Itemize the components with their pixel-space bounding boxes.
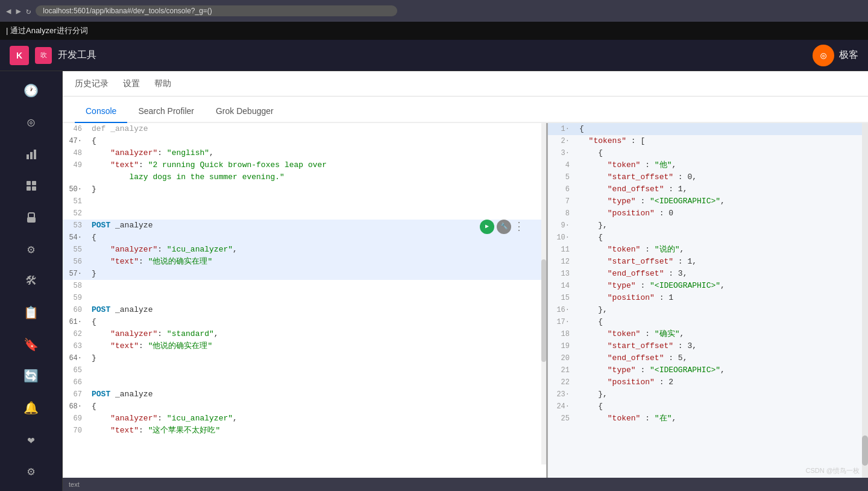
code-line: 51: [63, 195, 546, 207]
bottom-bar: text: [63, 478, 868, 491]
wrench-button[interactable]: 🔧: [497, 220, 511, 234]
output-line: 4 "token" : "他",: [548, 159, 868, 171]
sidebar-item-management[interactable]: 📋: [16, 298, 47, 328]
code-line: 62 "analyzer": "standard",: [63, 328, 546, 340]
code-line: 65: [63, 364, 546, 376]
output-line: 18 "token" : "确实",: [548, 328, 868, 340]
watermark: CSDN @愤鸟一枚: [806, 466, 860, 475]
output-line: 22 "position" : 2: [548, 376, 868, 388]
sidebar-item-alerts[interactable]: 🔔: [16, 393, 47, 423]
sidebar-item-time[interactable]: 🕐: [16, 76, 47, 106]
output-line: 8 "position" : 0: [548, 207, 868, 220]
tab-console[interactable]: Console: [75, 100, 127, 123]
more-options-button[interactable]: ⋮: [514, 221, 524, 233]
app-header: K 吹 开发工具 ◎ 极客: [0, 40, 868, 71]
output-line: 16· },: [548, 304, 868, 316]
code-line: 47· {: [63, 135, 546, 147]
output-line: 14 "type" : "<IDEOGRAPHIC>",: [548, 280, 868, 292]
output-line: 11 "token" : "说的",: [548, 244, 868, 256]
top-banner: | 通过Analyzer进行分词: [0, 22, 868, 40]
sidebar-item-monitoring[interactable]: 🔄: [16, 361, 47, 391]
output-line: 17· {: [548, 316, 868, 328]
sidebar-item-settings[interactable]: ⚙: [16, 457, 47, 486]
editor-right: 1· { 2· "tokens" : [ 3· {: [548, 123, 868, 478]
left-scrollbar[interactable]: [541, 123, 546, 464]
code-line: 46 def _analyze: [63, 123, 546, 135]
code-line: 64· }: [63, 352, 546, 364]
code-line: 54· {: [63, 232, 546, 244]
code-line: 68· {: [63, 401, 546, 413]
output-line: 12 "start_offset" : 1,: [548, 256, 868, 268]
sidebar: 🕐 ◎ ⚙ 🛠 📋 🔖 🔄 🔔 ❤ ⚙: [0, 71, 63, 491]
code-line: 60 POST _analyze: [63, 304, 546, 316]
tab-grok-debugger[interactable]: Grok Debugger: [205, 100, 285, 123]
browser-bar: ◀ ▶ ↻ localhost:5601/app/kibana#/dev_too…: [0, 0, 868, 22]
sidebar-item-health[interactable]: ❤: [16, 425, 47, 455]
forward-button[interactable]: ▶: [16, 6, 20, 16]
secondary-nav: 历史记录 设置 帮助: [63, 71, 868, 97]
code-line: 48 "analyzer": "english",: [63, 147, 546, 159]
code-line: 59: [63, 292, 546, 304]
scrollbar-thumb[interactable]: [541, 259, 546, 362]
output-line: 24· {: [548, 401, 868, 413]
code-line: 61· {: [63, 316, 546, 328]
svg-rect-0: [27, 154, 29, 159]
app-title: 开发工具: [58, 49, 96, 62]
svg-rect-7: [28, 213, 34, 218]
right-scrollbar-thumb[interactable]: [862, 436, 868, 466]
url-bar[interactable]: localhost:5601/app/kibana#/dev_tools/con…: [36, 5, 397, 16]
code-line: 63 "text": "他说的确实在理": [63, 340, 546, 352]
output-line: 15 "position" : 1: [548, 292, 868, 304]
code-line: 56 "text": "他说的确实在理": [63, 256, 546, 268]
svg-rect-6: [32, 186, 36, 191]
output-line: 6 "end_offset" : 1,: [548, 183, 868, 195]
code-line: 69 "analyzer": "icu_analyzer",: [63, 413, 546, 425]
run-button[interactable]: ▶: [480, 220, 494, 234]
output-line: 10· {: [548, 232, 868, 244]
brand-icon: ◎: [813, 45, 834, 66]
nav-help[interactable]: 帮助: [154, 76, 171, 92]
code-line: 55 "analyzer": "icu_analyzer",: [63, 244, 546, 256]
output-line: 2· "tokens" : [: [548, 135, 868, 147]
output-line: 9· },: [548, 220, 868, 232]
tab-search-profiler[interactable]: Search Profiler: [127, 100, 205, 123]
output-line: 19 "start_offset" : 3,: [548, 340, 868, 352]
user-avatar[interactable]: 吹: [35, 47, 52, 64]
sidebar-item-devtools[interactable]: 🛠: [16, 267, 47, 296]
output-editor[interactable]: 1· { 2· "tokens" : [ 3· {: [548, 123, 868, 478]
main-layout: 🕐 ◎ ⚙ 🛠 📋 🔖 🔄 🔔 ❤ ⚙ 历史记录 设置 帮助 Console S: [0, 71, 868, 491]
nav-settings[interactable]: 设置: [123, 76, 140, 92]
right-scrollbar[interactable]: [862, 123, 868, 478]
nav-history[interactable]: 历史记录: [75, 76, 108, 92]
svg-rect-5: [27, 186, 31, 191]
status-text: text: [69, 481, 80, 488]
svg-rect-2: [34, 150, 36, 159]
sidebar-item-settings1[interactable]: ⚙: [16, 235, 47, 264]
code-line: 67 POST _analyze: [63, 388, 546, 401]
code-line: 53 POST _analyze ▶ 🔧 ⋮: [63, 220, 546, 232]
back-button[interactable]: ◀: [6, 6, 11, 16]
code-line: 52: [63, 207, 546, 220]
sidebar-item-discover[interactable]: ◎: [16, 108, 47, 138]
code-editor[interactable]: 46 def _analyze 47· { 48 "analyzer": "en…: [63, 123, 546, 478]
sidebar-item-saved[interactable]: 🔖: [16, 330, 47, 360]
refresh-button[interactable]: ↻: [26, 6, 31, 16]
code-line: 50· }: [63, 183, 546, 195]
tabs-bar: Console Search Profiler Grok Debugger: [63, 97, 868, 123]
sidebar-item-dashboard[interactable]: [16, 171, 47, 201]
output-line: 20 "end_offset" : 5,: [548, 352, 868, 364]
sidebar-item-visualize[interactable]: [16, 139, 47, 169]
code-line: 58: [63, 280, 546, 292]
svg-rect-4: [32, 181, 36, 185]
content-area: 历史记录 设置 帮助 Console Search Profiler Grok …: [63, 71, 868, 491]
sidebar-item-security[interactable]: [16, 203, 47, 232]
code-line: 70 "text": "这个苹果不太好吃": [63, 425, 546, 437]
output-line: 25 "token" : "在",: [548, 413, 868, 425]
svg-rect-1: [30, 152, 33, 159]
svg-rect-8: [27, 217, 36, 223]
editor-split: 46 def _analyze 47· { 48 "analyzer": "en…: [63, 123, 868, 478]
output-line: 7 "type" : "<IDEOGRAPHIC>",: [548, 195, 868, 207]
code-line: 57· }: [63, 268, 546, 280]
code-line: 66: [63, 376, 546, 388]
output-line: 1· {: [548, 123, 868, 135]
